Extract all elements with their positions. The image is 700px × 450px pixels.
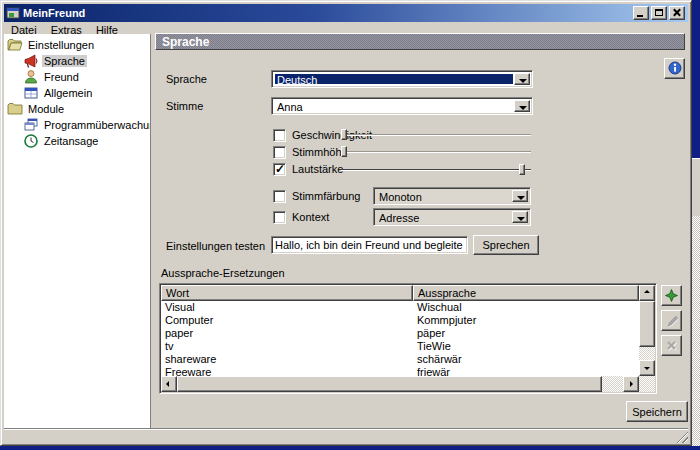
table-row[interactable]: tvTieWie <box>161 340 639 353</box>
table-row[interactable]: VisualWischual <box>161 301 639 314</box>
sprechen-button[interactable]: Sprechen <box>473 235 539 255</box>
info-button[interactable] <box>664 58 685 79</box>
page-title: Sprache <box>155 33 685 50</box>
voice-select[interactable]: Anna <box>271 97 533 115</box>
stimmfaerbung-checkbox[interactable] <box>273 190 286 203</box>
tree-item-sprache[interactable]: Sprache <box>4 53 150 69</box>
app-window: MeinFreund Datei Extras Hilfe Einstellun… <box>0 0 692 446</box>
chevron-down-icon[interactable] <box>514 73 530 85</box>
geschwindigkeit-slider[interactable] <box>341 129 531 141</box>
tree-item-programmueberwachung[interactable]: Programmüberwachung <box>4 117 150 133</box>
plus-icon <box>665 290 678 305</box>
table-row[interactable]: paperpäper <box>161 327 639 340</box>
status-bar <box>4 428 688 444</box>
add-row-button[interactable] <box>661 285 682 306</box>
tree-item-zeitansage[interactable]: Zeitansage <box>4 133 150 149</box>
slider-thumb[interactable] <box>341 129 347 140</box>
test-text-input[interactable] <box>271 236 468 254</box>
tree-item-label: Zeitansage <box>42 135 100 147</box>
chevron-down-icon[interactable] <box>512 190 528 202</box>
vertical-scrollbar[interactable] <box>639 285 655 376</box>
aussprache-table-label: Aussprache-Ersetzungen <box>161 267 285 279</box>
tree-item-freund[interactable]: Freund <box>4 69 150 85</box>
close-icon <box>672 8 682 17</box>
scroll-right-button[interactable] <box>623 376 639 392</box>
tree-item-label: Freund <box>42 71 81 83</box>
minimize-button[interactable] <box>633 6 649 20</box>
kontext-checkbox[interactable] <box>273 211 286 224</box>
stimmfaerbung-select[interactable]: Monoton <box>373 187 531 205</box>
horizontal-scrollbar[interactable] <box>161 376 639 392</box>
tree-item-einstellungen[interactable]: Einstellungen <box>4 37 150 53</box>
megaphone-icon <box>23 53 39 69</box>
chevron-down-icon[interactable] <box>514 100 530 112</box>
scroll-down-icon <box>644 367 650 370</box>
stimmfaerbung-label: Stimmfärbung <box>292 190 360 202</box>
delete-row-button[interactable] <box>661 335 682 356</box>
scroll-left-icon <box>166 381 169 387</box>
speichern-button[interactable]: Speichern <box>626 401 688 422</box>
aussprache-table: Wort Aussprache VisualWischual ComputerK… <box>159 283 657 394</box>
kontext-select[interactable]: Adresse <box>373 208 531 226</box>
edit-row-button[interactable] <box>661 310 682 331</box>
scrollbar-corner <box>639 376 655 392</box>
language-value: Deutsch <box>275 74 513 84</box>
lautstaerke-label: Lautstärke <box>292 163 343 175</box>
scroll-right-icon <box>630 381 633 387</box>
table-row[interactable]: Freewarefriewär <box>161 366 639 376</box>
slider-thumb[interactable] <box>519 164 525 175</box>
kontext-label: Kontext <box>292 211 329 223</box>
lautstaerke-checkbox[interactable] <box>273 163 286 176</box>
window-controls <box>633 6 685 20</box>
column-header-wort[interactable]: Wort <box>161 285 413 301</box>
desktop-background: MeinFreund Datei Extras Hilfe Einstellun… <box>0 0 700 450</box>
folder-icon <box>7 101 23 117</box>
slider-thumb[interactable] <box>341 146 347 157</box>
tree-item-module[interactable]: Module <box>4 101 150 117</box>
stimmhoehe-checkbox[interactable] <box>273 146 286 159</box>
voice-value: Anna <box>275 101 513 111</box>
titlebar[interactable]: MeinFreund <box>4 4 688 22</box>
tree-item-allgemein[interactable]: Allgemein <box>4 85 150 101</box>
stimmhoehe-slider[interactable] <box>341 146 531 158</box>
stimme-label: Stimme <box>166 100 203 112</box>
background-window-scrollbar-sliver <box>692 216 700 446</box>
app-window-icon <box>23 85 39 101</box>
background-window-sliver <box>692 158 700 216</box>
table-row[interactable]: sharewareschärwär <box>161 353 639 366</box>
pencil-icon <box>665 315 678 330</box>
sprache-label: Sprache <box>166 73 207 85</box>
tree-item-label: Einstellungen <box>26 39 96 51</box>
close-button[interactable] <box>669 6 685 20</box>
settings-tree: Einstellungen Sprache Freund Allgemein <box>4 34 151 428</box>
window-title: MeinFreund <box>23 7 633 19</box>
kontext-value: Adresse <box>377 212 511 222</box>
table-body: VisualWischual ComputerKommpjuter paperp… <box>161 301 639 376</box>
stimmfaerbung-value: Monoton <box>377 191 511 201</box>
x-icon <box>665 340 678 355</box>
app-icon <box>6 6 20 20</box>
table-header: Wort Aussprache <box>161 285 639 301</box>
table-row[interactable]: ComputerKommpjuter <box>161 314 639 327</box>
tree-item-label: Module <box>26 103 66 115</box>
scroll-down-button[interactable] <box>639 360 655 376</box>
tree-item-label: Allgemein <box>42 87 94 99</box>
scroll-left-button[interactable] <box>161 376 177 392</box>
resize-grip[interactable] <box>675 430 688 443</box>
column-header-aussprache[interactable]: Aussprache <box>413 285 639 301</box>
stimmhoehe-label: Stimmhöhe <box>292 146 348 158</box>
horizontal-scroll-thumb[interactable] <box>177 376 602 392</box>
scroll-up-icon <box>644 290 650 293</box>
geschwindigkeit-checkbox[interactable] <box>273 129 286 142</box>
vertical-scroll-thumb[interactable] <box>639 301 655 347</box>
folder-open-icon <box>7 37 23 53</box>
info-icon <box>668 63 682 78</box>
maximize-icon <box>655 9 663 16</box>
maximize-button[interactable] <box>651 6 667 20</box>
tree-item-label: Programmüberwachung <box>42 119 151 131</box>
chevron-down-icon[interactable] <box>512 211 528 223</box>
lautstaerke-slider[interactable] <box>341 164 531 176</box>
minimize-icon <box>637 15 643 17</box>
scroll-up-button[interactable] <box>639 285 655 301</box>
language-select[interactable]: Deutsch <box>271 70 533 88</box>
